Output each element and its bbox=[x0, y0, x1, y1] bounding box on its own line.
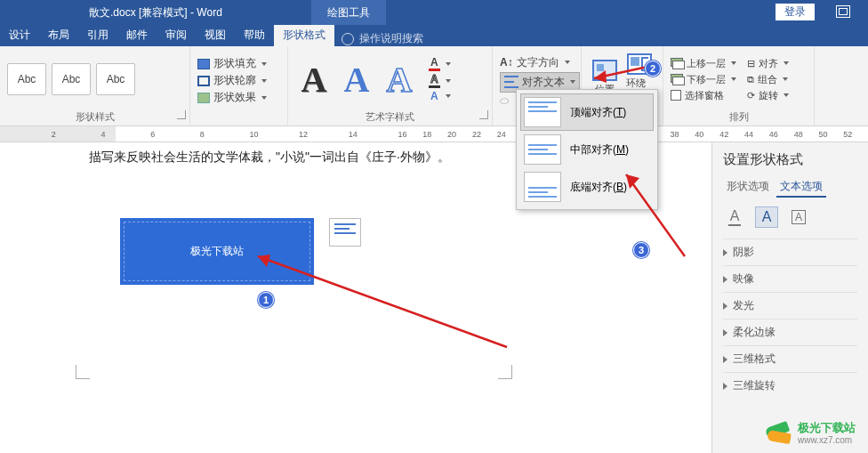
group-label-shape-styles: 形状样式 bbox=[7, 109, 182, 124]
text-fill-mode-icon[interactable]: A bbox=[723, 206, 746, 228]
align-bottom-item[interactable]: 底端对齐(B) bbox=[520, 168, 654, 206]
watermark-logo-icon bbox=[764, 421, 792, 446]
chevron-right-icon bbox=[723, 329, 727, 336]
align-top-label: 顶端对齐(T) bbox=[570, 105, 626, 120]
annotation-badge-3: 3 bbox=[633, 242, 649, 258]
link-icon: ⬭ bbox=[500, 94, 509, 107]
wordart-preset-2[interactable]: A bbox=[338, 59, 375, 101]
tab-references[interactable]: 引用 bbox=[78, 24, 117, 46]
restore-window-icon[interactable] bbox=[836, 5, 850, 18]
text-effects-mode-icon[interactable]: A bbox=[755, 206, 778, 228]
title-bar: 散文.docx [兼容模式] - Word 绘图工具 登录 bbox=[0, 0, 868, 25]
format-shape-pane: 设置形状格式 形状选项 文本选项 A A A 阴影 映像 发光 柔化边缘 三维格… bbox=[711, 142, 868, 453]
group-label-wordart: 艺术字样式 bbox=[295, 109, 485, 124]
group-tail bbox=[815, 46, 868, 125]
align-text-icon bbox=[504, 76, 518, 88]
pane-mode-icons: A A A bbox=[723, 206, 857, 228]
section-soft-edges[interactable]: 柔化边缘 bbox=[723, 319, 857, 345]
fill-swatch-icon bbox=[197, 59, 210, 69]
text-box-mode-icon[interactable]: A bbox=[787, 206, 810, 228]
pane-tab-shape-options[interactable]: 形状选项 bbox=[723, 177, 773, 198]
section-glow[interactable]: 发光 bbox=[723, 292, 857, 319]
align-top-icon bbox=[524, 97, 561, 127]
text-effects-button[interactable]: A bbox=[429, 90, 451, 102]
group-button[interactable]: ⧉组合 bbox=[747, 72, 789, 87]
send-backward-icon bbox=[671, 74, 683, 85]
text-direction-button[interactable]: A↕文字方向 bbox=[500, 55, 580, 70]
ribbon: Abc Abc Abc 形状样式 形状填充 形状轮廓 形状效果 A A A A … bbox=[0, 46, 868, 126]
shape-outline-button[interactable]: 形状轮廓 bbox=[197, 73, 267, 88]
align-middle-label: 中部对齐(M) bbox=[570, 142, 629, 158]
shape-style-preset-2[interactable]: Abc bbox=[52, 63, 91, 95]
align-middle-icon bbox=[524, 134, 561, 165]
annotation-badge-1: 1 bbox=[258, 292, 274, 308]
tab-review[interactable]: 审阅 bbox=[157, 24, 196, 46]
window-title: 散文.docx [兼容模式] - Word bbox=[89, 5, 222, 20]
chevron-right-icon bbox=[723, 303, 727, 310]
align-middle-item[interactable]: 中部对齐(M) bbox=[520, 131, 654, 168]
rotate-button[interactable]: ⟳旋转 bbox=[747, 88, 789, 103]
selection-pane-icon bbox=[671, 90, 681, 101]
group-wordart-styles: A A A A A A 艺术字样式 bbox=[288, 46, 493, 125]
chevron-right-icon bbox=[723, 276, 727, 283]
text-outline-icon: A bbox=[429, 73, 440, 88]
contextual-tab-drawtools[interactable]: 绘图工具 bbox=[311, 0, 386, 25]
tab-layout[interactable]: 布局 bbox=[39, 24, 78, 46]
text-outline-button[interactable]: A bbox=[429, 73, 451, 88]
tell-me-placeholder: 操作说明搜索 bbox=[359, 31, 423, 46]
bring-forward-icon bbox=[671, 58, 683, 69]
group-label-arrange: 排列 bbox=[671, 109, 807, 124]
watermark-url: www.xz7.com bbox=[798, 435, 856, 445]
login-button[interactable]: 登录 bbox=[776, 4, 815, 20]
page-margin-mark bbox=[76, 365, 90, 379]
shape-effects-button[interactable]: 形状效果 bbox=[197, 90, 267, 105]
page-margin-mark bbox=[498, 365, 512, 379]
shape-text[interactable]: 极光下载站 bbox=[190, 244, 244, 259]
wordart-preset-3[interactable]: A bbox=[381, 59, 418, 101]
pane-title: 设置形状格式 bbox=[723, 151, 857, 168]
outline-swatch-icon bbox=[197, 76, 210, 86]
rotate-icon: ⟳ bbox=[747, 90, 755, 101]
tab-shape-format[interactable]: 形状格式 bbox=[274, 24, 334, 46]
lightbulb-icon bbox=[342, 33, 354, 45]
pane-tabs: 形状选项 文本选项 bbox=[723, 177, 857, 198]
tell-me-search[interactable]: 操作说明搜索 bbox=[334, 31, 430, 46]
section-reflection[interactable]: 映像 bbox=[723, 265, 857, 292]
send-backward-button[interactable]: 下移一层 bbox=[671, 72, 736, 87]
watermark: 极光下载站 www.xz7.com bbox=[764, 421, 856, 446]
section-3d-rotate[interactable]: 三维旋转 bbox=[723, 372, 857, 399]
chevron-right-icon bbox=[723, 356, 727, 363]
watermark-name: 极光下载站 bbox=[798, 422, 856, 434]
align-button[interactable]: ⊟对齐 bbox=[747, 56, 789, 71]
align-bottom-label: 底端对齐(B) bbox=[570, 180, 627, 195]
bring-forward-button[interactable]: 上移一层 bbox=[671, 56, 736, 71]
section-shadow[interactable]: 阴影 bbox=[723, 239, 857, 265]
tab-mailings[interactable]: 邮件 bbox=[117, 24, 157, 46]
document-paragraph[interactable]: 描写来反映社会生活的文学体裁，"小说"一词出自《庄子·外物》。 bbox=[89, 150, 450, 166]
tab-help[interactable]: 帮助 bbox=[235, 24, 274, 46]
text-fill-icon: A bbox=[429, 56, 440, 71]
effects-swatch-icon bbox=[197, 93, 210, 103]
section-3d-format[interactable]: 三维格式 bbox=[723, 345, 857, 372]
pane-tab-text-options[interactable]: 文本选项 bbox=[776, 177, 826, 198]
text-effects-icon: A bbox=[429, 90, 440, 102]
selected-shape[interactable]: 极光下载站 bbox=[120, 218, 314, 285]
annotation-badge-2: 2 bbox=[645, 61, 661, 77]
align-top-item[interactable]: 顶端对齐(T) bbox=[520, 93, 654, 131]
text-fill-button[interactable]: A bbox=[429, 56, 451, 71]
dialog-launcher-icon[interactable] bbox=[177, 110, 186, 119]
horizontal-ruler[interactable]: 2468101214161820222426283032343638404244… bbox=[0, 126, 868, 142]
dialog-launcher-icon[interactable] bbox=[479, 110, 488, 119]
shape-style-preset-1[interactable]: Abc bbox=[7, 63, 46, 95]
tab-design[interactable]: 设计 bbox=[0, 24, 39, 46]
group-shape-styles: Abc Abc Abc 形状样式 bbox=[0, 46, 190, 125]
group-arrange: 上移一层 下移一层 选择窗格 ⊟对齐 ⧉组合 ⟳旋转 排列 bbox=[663, 46, 815, 125]
shape-style-preset-3[interactable]: Abc bbox=[96, 63, 135, 95]
selection-pane-button[interactable]: 选择窗格 bbox=[671, 88, 736, 103]
chevron-right-icon bbox=[723, 249, 727, 256]
layout-options-button[interactable] bbox=[329, 218, 361, 247]
align-bottom-icon bbox=[524, 172, 561, 202]
shape-fill-button[interactable]: 形状填充 bbox=[197, 56, 267, 71]
wordart-preset-1[interactable]: A bbox=[295, 59, 333, 101]
tab-view[interactable]: 视图 bbox=[196, 24, 235, 46]
